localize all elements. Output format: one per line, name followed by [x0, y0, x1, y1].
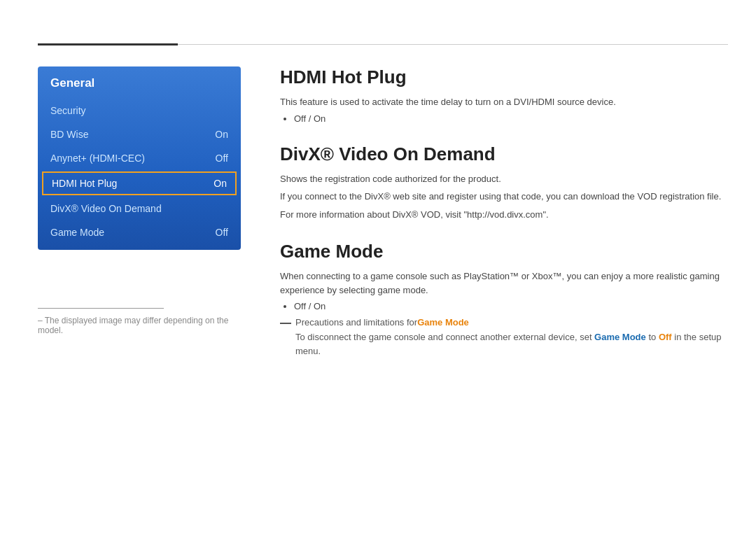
precaution-off-bold: Off: [659, 332, 672, 342]
section-desc-hdmi-1: This feature is used to activate the tim…: [280, 95, 728, 109]
sidebar-item-label: Game Mode: [50, 227, 104, 238]
sidebar-item-value: Off: [216, 153, 228, 164]
section-hdmi-hot-plug: HDMI Hot Plug This feature is used to ac…: [280, 66, 728, 124]
section-title-game-mode: Game Mode: [280, 241, 728, 262]
precaution-highlight: Game Mode: [417, 317, 469, 328]
sidebar-header: General: [38, 66, 241, 99]
hdmi-hot-plug-bullets: Off / On: [294, 113, 728, 124]
sidebar-item-game-mode[interactable]: Game Mode Off: [38, 220, 241, 244]
hdmi-separator: /: [309, 113, 314, 124]
section-desc-divx-1: Shows the registration code authorized f…: [280, 172, 728, 186]
sidebar-item-value: Off: [216, 227, 228, 238]
hdmi-bullet-off-on: Off / On: [294, 113, 728, 124]
top-divider-light: [178, 44, 728, 45]
bottom-note-text: – The displayed image may differ dependi…: [38, 316, 241, 335]
game-mode-bullet-off-on: Off / On: [294, 301, 728, 311]
precaution-dash: [280, 323, 291, 324]
sidebar: General Security BD Wise On Anynet+ (HDM…: [38, 66, 241, 250]
section-game-mode: Game Mode When connecting to a game cons…: [280, 241, 728, 358]
sidebar-item-value: On: [214, 178, 227, 189]
top-divider-dark: [38, 43, 178, 45]
section-desc-game-1: When connecting to a game console such a…: [280, 269, 728, 297]
sidebar-item-label: HDMI Hot Plug: [52, 178, 117, 189]
bottom-note-area: – The displayed image may differ dependi…: [38, 308, 241, 335]
hdmi-off-text: Off: [294, 113, 306, 124]
sidebar-item-bd-wise[interactable]: BD Wise On: [38, 122, 241, 146]
bottom-divider: [38, 308, 164, 309]
sidebar-item-hdmi-hot-plug[interactable]: HDMI Hot Plug On: [42, 171, 237, 195]
top-divider: [38, 43, 728, 45]
section-title-hdmi-hot-plug: HDMI Hot Plug: [280, 66, 728, 88]
section-divx-vod: DivX® Video On Demand Shows the registra…: [280, 143, 728, 222]
sidebar-item-label: BD Wise: [50, 129, 88, 140]
precaution-detail: To disconnect the game console and conne…: [295, 330, 728, 358]
hdmi-on-text: On: [314, 113, 326, 124]
section-title-divx-vod: DivX® Video On Demand: [280, 143, 728, 165]
game-mode-separator: /: [309, 301, 314, 311]
sidebar-item-security[interactable]: Security: [38, 99, 241, 122]
precaution-game-mode-bold: Game Mode: [594, 332, 646, 342]
main-content: HDMI Hot Plug This feature is used to ac…: [280, 66, 728, 360]
game-mode-on-text: On: [314, 301, 326, 311]
sidebar-item-label: Anynet+ (HDMI-CEC): [50, 153, 145, 164]
section-desc-divx-3: For more information about DivX® VOD, vi…: [280, 208, 728, 222]
section-desc-divx-2: If you connect to the DivX® web site and…: [280, 190, 728, 204]
sidebar-item-anynet[interactable]: Anynet+ (HDMI-CEC) Off: [38, 146, 241, 170]
sidebar-item-divx-vod[interactable]: DivX® Video On Demand: [38, 197, 241, 220]
precaution-line: Precautions and limitations for Game Mod…: [280, 317, 728, 328]
game-mode-off-text: Off: [294, 301, 306, 311]
sidebar-item-label: Security: [50, 105, 86, 116]
sidebar-item-label: DivX® Video On Demand: [50, 203, 162, 214]
sidebar-item-value: On: [215, 129, 228, 140]
game-mode-bullets: Off / On: [294, 301, 728, 311]
precaution-intro: Precautions and limitations for: [295, 317, 417, 328]
